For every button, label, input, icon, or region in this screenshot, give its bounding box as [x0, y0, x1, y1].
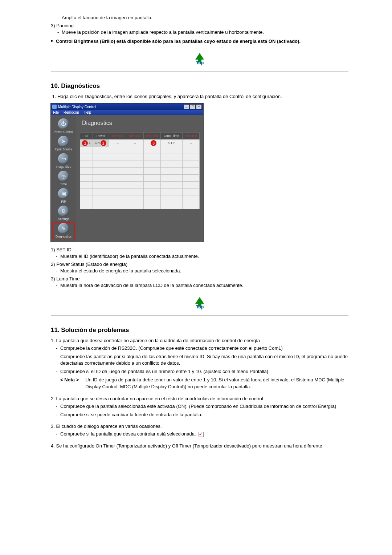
app-main-title: Diagnostics: [82, 120, 200, 126]
sidebar-item-pip[interactable]: ▣ PIP: [53, 187, 74, 204]
troubleshooting-heading: 11. Solución de problemas: [51, 327, 348, 334]
sidebar-item-power-control[interactable]: ⏻ Power Control: [53, 118, 74, 134]
sidebar-item-image-size[interactable]: ▭ Image Size: [53, 153, 74, 169]
app-window: Multiple Display Control _ □ × File Remo…: [51, 104, 203, 242]
th-power: Power: [93, 133, 109, 139]
badge-2: 2: [101, 140, 106, 146]
panning-title: Panning: [56, 23, 74, 28]
badge-3: 3: [151, 140, 156, 146]
t1: La pantalla que desea controlar no apare…: [56, 338, 260, 343]
t2-d1: Compruebe que la pantalla seleccionada e…: [56, 403, 348, 410]
badge-1: 1: [82, 140, 88, 146]
th-lamp: Lamp Time: [160, 133, 182, 139]
document-page: Amplía el tamaño de la imagen en pantall…: [44, 15, 348, 450]
diag-step-1: Haga clic en Diagnósticos, entre los ico…: [57, 93, 348, 100]
sidebar-item-input-source[interactable]: ➤ Input Source: [53, 135, 74, 152]
separator: [51, 71, 348, 72]
diagnostics-icon: ✎: [58, 223, 69, 234]
t2: La pantalla que se desea controlar no ap…: [56, 396, 263, 401]
app-title: Multiple Display Control: [58, 105, 96, 109]
setid-title: SET ID: [56, 247, 72, 252]
th-r1: Resered: [109, 133, 126, 139]
t2-d2: Compruebe si se puede cambiar la fuente …: [56, 412, 348, 418]
power-icon: ⏻: [58, 118, 69, 129]
t1-d3: Compruebe si el ID de juego de pantalla …: [56, 368, 348, 375]
app-icon: [52, 105, 57, 109]
top-button[interactable]: Top: [192, 53, 208, 68]
table-row[interactable]: 11 ON2 -- -- -- 3 5 Hr --: [80, 139, 200, 147]
titlebar: Multiple Display Control _ □ ×: [51, 104, 203, 110]
powerstatus-desc: Muestra el estado de energía de la panta…: [56, 268, 348, 275]
t3-d1: Compruebe si la pantalla que desea contr…: [56, 431, 348, 438]
diagnostics-heading: 10. Diagnósticos: [51, 82, 348, 90]
amplify-desc: Amplía el tamaño de la imagen en pantall…: [57, 15, 348, 21]
top-label-2: Top: [196, 304, 204, 309]
close-button[interactable]: ×: [196, 104, 202, 109]
lamptime-desc: Muestra la hora de activación de la lámp…: [56, 282, 348, 289]
menu-file[interactable]: File: [53, 110, 59, 114]
checkbox-icon: [199, 432, 204, 437]
t1-d1: Compruebe la conexión de RS232C. (Compru…: [56, 345, 348, 352]
arrow-up-icon: [195, 53, 204, 60]
app-main: Diagnostics ID Power Resered Resered Res…: [76, 115, 203, 242]
sidebar-item-settings[interactable]: ⚙ Settings: [53, 205, 74, 222]
menubar: File Remocon Help: [51, 110, 203, 115]
th-r3: Resered: [143, 133, 160, 139]
top-label: Top: [196, 60, 204, 65]
lamptime-title: Lamp Time: [56, 276, 79, 281]
settings-icon: ⚙: [58, 206, 69, 216]
input-source-icon: ➤: [58, 136, 69, 147]
pip-icon: ▣: [58, 188, 69, 199]
minimize-button[interactable]: _: [184, 104, 189, 109]
brightness-note: Control Brightness (Brillo) está disponi…: [51, 38, 348, 45]
th-id: ID: [80, 133, 93, 139]
th-r2: Resered: [126, 133, 143, 139]
powerstatus-title: Power Status (Estado de energía): [56, 262, 127, 267]
separator-2: [51, 315, 348, 316]
t3: El cuadro de diálogo aparece en varias o…: [56, 424, 162, 429]
sidebar-item-diagnostics[interactable]: ✎ Diagnostics: [53, 222, 74, 239]
t1-d2: Compruebe las pantallas por si alguna de…: [56, 353, 348, 367]
panning-desc: Mueve la posición de la imagen ampliada …: [57, 29, 348, 36]
sidebar-item-time[interactable]: ◷ Time: [53, 170, 74, 187]
note-text: Un ID de juego de pantalla debe tener un…: [85, 377, 348, 390]
maximize-button[interactable]: □: [190, 104, 196, 109]
image-size-icon: ▭: [58, 153, 69, 164]
time-icon: ◷: [58, 171, 69, 182]
top-button-2[interactable]: Top: [192, 297, 208, 312]
setid-desc: Muestra el ID (identificador) de la pant…: [56, 253, 348, 260]
sidebar: ⏻ Power Control ➤ Input Source ▭ Image S…: [51, 115, 76, 242]
menu-remocon[interactable]: Remocon: [64, 110, 79, 114]
th-r4: Resered: [182, 133, 199, 139]
arrow-up-icon: [195, 297, 204, 304]
t4: Se ha configurado On Timer (Temporizador…: [56, 443, 323, 449]
menu-help[interactable]: Help: [84, 110, 91, 114]
diagnostics-table: ID Power Resered Resered Resered Lamp Ti…: [80, 132, 200, 209]
note-label: < Nota >: [60, 377, 79, 390]
